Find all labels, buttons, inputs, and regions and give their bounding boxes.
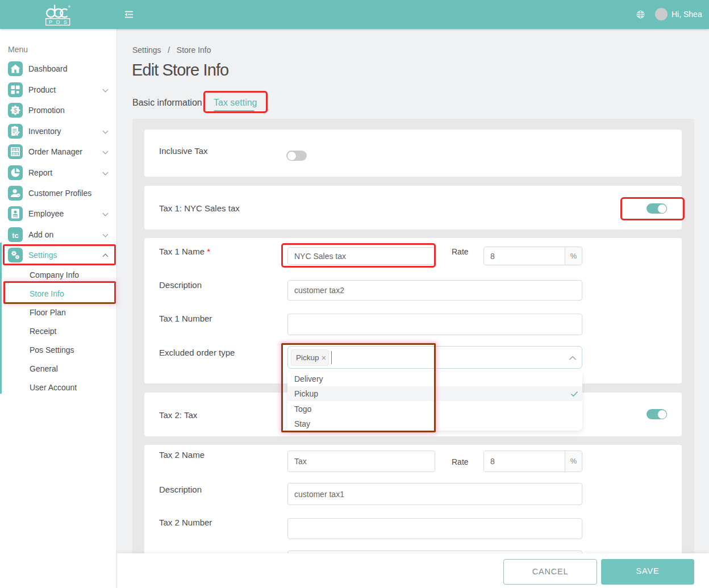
svg-text:P: P	[49, 19, 52, 25]
svg-text:tc: tc	[12, 231, 19, 239]
svg-text:S: S	[64, 19, 67, 25]
svg-text:$: $	[14, 107, 17, 114]
svg-text:O: O	[56, 19, 60, 25]
